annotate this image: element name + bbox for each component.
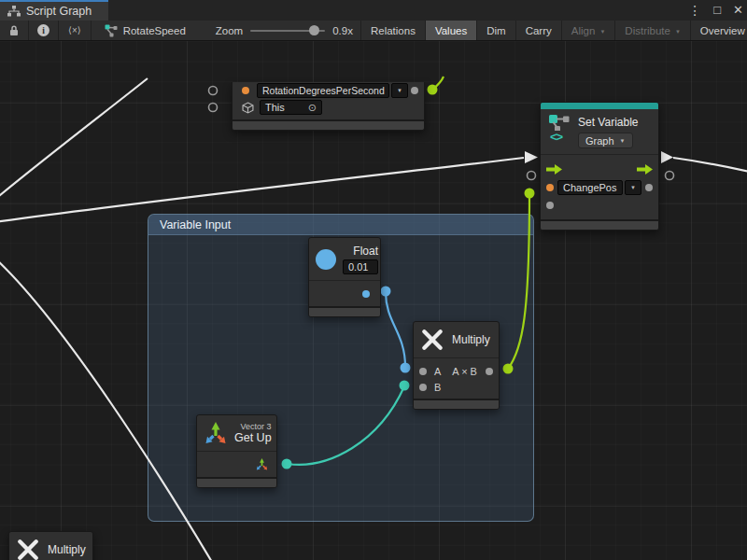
node-header[interactable]: <> Set Variable Graph ▼ — [541, 109, 658, 154]
node-title: Multiply — [48, 543, 86, 556]
wire-white-into-setvariable — [0, 158, 524, 222]
zoom-slider[interactable] — [250, 30, 325, 32]
zoom-slider-handle[interactable] — [309, 25, 319, 35]
float-value-input[interactable]: 0.01 — [343, 259, 378, 274]
wire-arrowhead-out — [661, 151, 673, 163]
chevron-down-icon: ▼ — [620, 138, 626, 144]
wire-green-stub-top — [432, 77, 444, 90]
graph-hierarchy-icon — [7, 6, 21, 17]
graph-name: RotateSpeed — [123, 25, 186, 36]
node-title: Set Variable — [578, 116, 638, 129]
vector3-axes-icon — [203, 420, 229, 446]
toolbar-button-distribute[interactable]: Distribute▼ — [615, 21, 691, 40]
flow-ports-row — [541, 160, 658, 178]
chevron-down-icon: ▼ — [630, 185, 636, 190]
info-icon: i — [37, 24, 49, 36]
code-preview-button[interactable]: ⟨×⟩ — [59, 21, 92, 40]
variable-name-caret[interactable]: ▼ — [391, 83, 408, 98]
output-port-row — [309, 281, 380, 306]
node-multiply-2[interactable]: Multiply A A × B B — [8, 531, 93, 560]
variable-name-row: ChangePos ▼ — [541, 178, 658, 197]
value-output-port[interactable] — [645, 184, 653, 191]
toolbar-button-values[interactable]: Values — [426, 21, 477, 40]
variable-name-dropdown[interactable]: ChangePos — [557, 180, 623, 195]
vector3-output-port-icon[interactable] — [255, 457, 269, 471]
window-maximize-icon[interactable]: □ — [713, 0, 721, 21]
value-input-port[interactable] — [546, 202, 554, 209]
node-get-variable[interactable]: RotationDegreesPerSecond ▼ This ⊙ — [232, 82, 425, 131]
window-close-icon[interactable]: ✕ — [733, 0, 743, 21]
node-title: Float — [353, 245, 378, 258]
tab-script-graph[interactable]: Script Graph — [0, 0, 108, 21]
target-object-field[interactable]: This ⊙ — [260, 100, 322, 115]
graph-variable-icon: <> — [548, 114, 572, 144]
scope-dropdown[interactable]: Graph ▼ — [578, 133, 633, 148]
value-output-port[interactable] — [411, 87, 418, 94]
node-header[interactable]: Vector 3 Get Up — [197, 415, 276, 451]
graph-toolbar: i ⟨×⟩ RotateSpeed Zoom 0.9x Relations Va… — [0, 21, 747, 41]
toolbar-button-relations[interactable]: Relations — [361, 21, 426, 40]
input-a-row: A A × B — [414, 363, 499, 379]
node-footer — [197, 477, 276, 487]
toolbar-button-overview[interactable]: Overview — [691, 21, 747, 40]
node-footer — [414, 399, 499, 409]
toolbar-button-carry[interactable]: Carry — [516, 21, 562, 40]
hollow-port-indicator — [666, 172, 674, 180]
node-set-variable[interactable]: <> Set Variable Graph ▼ — [540, 102, 659, 231]
graph-canvas[interactable]: Variable Input — [0, 41, 747, 560]
chevron-down-icon: ▼ — [397, 88, 402, 93]
toolbar-button-dim[interactable]: Dim — [477, 21, 515, 40]
zoom-label: Zoom — [216, 25, 243, 36]
tab-title: Script Graph — [26, 5, 92, 18]
node-footer — [541, 219, 658, 230]
wire-white-left-top — [0, 78, 148, 200]
flow-input-arrow-icon[interactable] — [546, 164, 562, 175]
input-a-port[interactable] — [419, 368, 427, 375]
graph-breadcrumb[interactable]: RotateSpeed — [92, 21, 195, 40]
hollow-port-indicator — [528, 172, 536, 180]
variable-port-icon[interactable] — [242, 87, 249, 94]
hollow-port-indicator — [209, 104, 218, 112]
value-input-row — [541, 197, 658, 214]
lock-button[interactable] — [0, 21, 29, 40]
node-header[interactable]: Multiply — [414, 322, 499, 357]
flow-output-arrow-icon[interactable] — [637, 164, 653, 175]
input-b-port[interactable] — [419, 384, 427, 391]
node-type-label: Vector 3 — [234, 422, 272, 431]
inspect-button[interactable]: i — [29, 21, 59, 40]
object-picker-icon[interactable]: ⊙ — [308, 102, 317, 114]
zoom-control: Zoom 0.9x — [208, 21, 361, 40]
node-header[interactable]: Float 0.01 — [309, 238, 380, 280]
node-float-literal[interactable]: Float 0.01 — [308, 237, 381, 317]
output-port[interactable] — [486, 368, 493, 375]
lock-icon — [8, 24, 20, 36]
zoom-value: 0.9x — [332, 25, 353, 36]
group-title: Variable Input — [160, 218, 231, 231]
toolbar-button-align[interactable]: Align▼ — [562, 21, 616, 40]
multiply-icon — [420, 328, 444, 352]
group-header[interactable]: Variable Input — [148, 215, 533, 235]
node-vector3-get-up[interactable]: Vector 3 Get Up — [196, 414, 277, 488]
node-footer — [233, 119, 424, 130]
node-header[interactable]: Multiply — [9, 532, 92, 560]
wire-end-green-setvariable — [525, 189, 535, 199]
float-type-icon — [316, 249, 336, 270]
input-b-row: B — [414, 379, 499, 395]
wire-arrowhead-in — [525, 151, 538, 163]
chevron-down-icon: ▼ — [599, 29, 605, 35]
node-multiply[interactable]: Multiply A A × B B — [413, 321, 500, 410]
node-title: Get Up — [234, 431, 272, 444]
multiply-icon — [16, 538, 40, 560]
wire-end-green-top — [428, 85, 438, 95]
node-footer — [309, 306, 380, 316]
variable-port-icon[interactable] — [546, 184, 554, 191]
float-output-port[interactable] — [362, 290, 370, 298]
cube-icon — [242, 102, 254, 114]
wire-white-out-setvariable — [673, 158, 747, 172]
target-row: This ⊙ — [233, 99, 424, 116]
variable-name-caret[interactable]: ▼ — [625, 180, 641, 195]
window-menu-icon[interactable]: ⋮ — [688, 0, 701, 21]
window-titlebar: Script Graph ⋮ □ ✕ — [0, 0, 747, 21]
variable-name-dropdown[interactable]: RotationDegreesPerSecond — [257, 83, 389, 98]
code-icon: ⟨×⟩ — [68, 25, 81, 35]
